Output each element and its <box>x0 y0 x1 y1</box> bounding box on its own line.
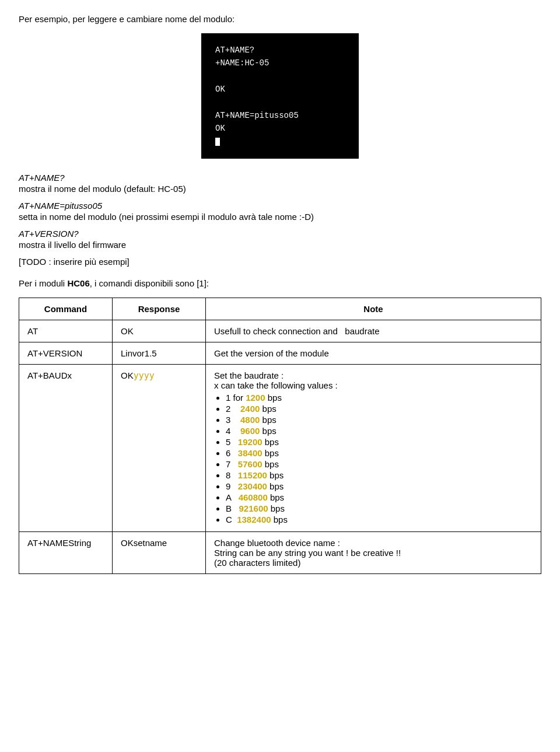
todo-text: [TODO : inserire più esempi] <box>19 257 541 267</box>
at-version-section: AT+VERSION? mostra il livello del firmwa… <box>19 229 541 250</box>
col-header-command: Command <box>19 298 113 320</box>
baud-item-7: 7 57600 bps <box>226 459 533 469</box>
cmd-at: AT <box>19 320 113 342</box>
terminal-line-3 <box>215 70 345 83</box>
col-header-response: Response <box>113 298 206 320</box>
baud-prefix-2: x can take the following values : <box>214 380 533 390</box>
at-name-set-desc: setta in nome del modulo (nei prossimi e… <box>19 212 541 222</box>
baud-item-5: 5 19200 bps <box>226 437 533 447</box>
resp-baud-yellow: yyyy <box>134 370 155 381</box>
cursor-block <box>215 138 220 146</box>
at-name-set-title: AT+NAME=pitusso05 <box>19 201 541 211</box>
baud-item-1: 1 for 1200 bps <box>226 393 533 403</box>
note-name: Change bluetooth device name : String ca… <box>206 532 541 574</box>
note-version: Get the version of the module <box>206 342 541 365</box>
terminal-cursor-line <box>215 135 345 148</box>
commands-table: Command Response Note AT OK Usefull to c… <box>19 298 541 574</box>
baud-prefix-1: Set the baudrate : <box>214 370 533 380</box>
note-name-line1: Change bluetooth device name : <box>214 538 533 548</box>
baud-item-8: 8 115200 bps <box>226 470 533 480</box>
cmd-version: AT+VERSION <box>19 342 113 365</box>
at-name-query-title: AT+NAME? <box>19 173 541 183</box>
terminal-container: AT+NAME? +NAME:HC-05 OK AT+NAME=pitusso0… <box>19 33 541 159</box>
note-baud: Set the baudrate : x can take the follow… <box>206 365 541 532</box>
terminal-line-6: AT+NAME=pitusso05 <box>215 109 345 122</box>
baud-item-3: 3 4800 bps <box>226 415 533 425</box>
baud-item-a: A 460800 bps <box>226 492 533 502</box>
table-row-baud: AT+BAUDx OKyyyy Set the baudrate : x can… <box>19 365 541 532</box>
terminal-line-2: +NAME:HC-05 <box>215 57 345 69</box>
at-version-desc: mostra il livello del firmware <box>19 240 541 250</box>
baud-item-9: 9 230400 bps <box>226 481 533 491</box>
baud-item-2: 2 2400 bps <box>226 404 533 414</box>
table-row-name: AT+NAMEString OKsetname Change bluetooth… <box>19 532 541 574</box>
at-version-title: AT+VERSION? <box>19 229 541 239</box>
terminal-line-4: OK <box>215 83 345 96</box>
at-name-query-section: AT+NAME? mostra il nome del modulo (defa… <box>19 173 541 194</box>
resp-at: OK <box>113 320 206 342</box>
baud-values-list: 1 for 1200 bps 2 2400 bps 3 4800 bps 4 9… <box>214 393 533 524</box>
terminal-line-5 <box>215 96 345 109</box>
baud-item-6: 6 38400 bps <box>226 448 533 458</box>
resp-version: Linvor1.5 <box>113 342 206 365</box>
cmd-baud: AT+BAUDx <box>19 365 113 532</box>
col-header-note: Note <box>206 298 541 320</box>
table-header-row: Command Response Note <box>19 298 541 320</box>
hc06-intro: Per i moduli HC06, i comandi disponibili… <box>19 278 541 288</box>
note-name-line2: String can be any string you want ! be c… <box>214 548 533 558</box>
table-row-at: AT OK Usefull to check connection and ba… <box>19 320 541 342</box>
terminal-line-1: AT+NAME? <box>215 44 345 57</box>
note-name-line3: (20 characters limited) <box>214 558 533 568</box>
resp-baud: OKyyyy <box>113 365 206 532</box>
baud-item-b: B 921600 bps <box>226 503 533 513</box>
table-row-version: AT+VERSION Linvor1.5 Get the version of … <box>19 342 541 365</box>
baud-item-4: 4 9600 bps <box>226 426 533 436</box>
terminal-block: AT+NAME? +NAME:HC-05 OK AT+NAME=pitusso0… <box>201 33 359 159</box>
at-name-query-desc: mostra il nome del modulo (default: HC-0… <box>19 184 541 194</box>
at-name-set-section: AT+NAME=pitusso05 setta in nome del modu… <box>19 201 541 222</box>
note-at: Usefull to check connection and baudrate <box>206 320 541 342</box>
baud-item-c: C 1382400 bps <box>226 515 533 524</box>
intro-text: Per esempio, per leggere e cambiare nome… <box>19 14 541 24</box>
terminal-line-7: OK <box>215 122 345 135</box>
resp-name: OKsetname <box>113 532 206 574</box>
cmd-name: AT+NAMEString <box>19 532 113 574</box>
